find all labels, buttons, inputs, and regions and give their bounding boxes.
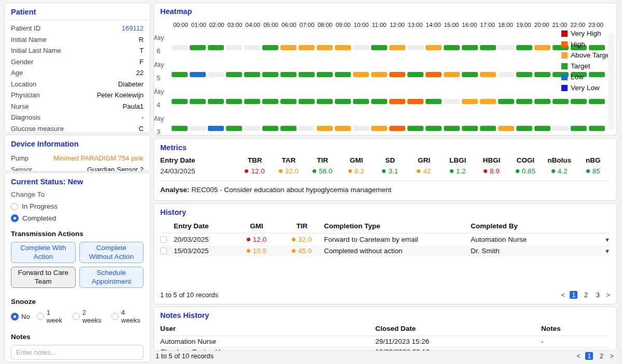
heatmap-bar bbox=[172, 112, 605, 131]
time-axis-label: 09:00 bbox=[334, 22, 352, 28]
heatmap-cell-target bbox=[262, 99, 278, 104]
legend-item: Very High bbox=[561, 28, 612, 39]
metric-value: 8.9 bbox=[475, 167, 508, 175]
heatmap-cell-target bbox=[480, 126, 496, 131]
snooze-radio-selected[interactable] bbox=[11, 313, 19, 321]
time-axis-label: 04:00 bbox=[244, 22, 262, 28]
notes-history-row: Automation Nurse29/11/2023 15:26- bbox=[160, 336, 610, 346]
change-to-option[interactable]: In Progress bbox=[11, 202, 144, 210]
snooze-radio[interactable] bbox=[111, 313, 119, 320]
heatmap-cell-target bbox=[280, 99, 296, 104]
pager-next-icon[interactable]: > bbox=[606, 291, 610, 299]
heatmap-cell-above bbox=[335, 45, 351, 50]
time-axis-label: 07:00 bbox=[298, 22, 316, 28]
snooze-option-label: 2 weeks bbox=[82, 309, 105, 324]
metric-value: 56.0 bbox=[306, 167, 340, 175]
notes-history-header-row: User Closed Date Notes bbox=[160, 325, 610, 336]
heatmap-day-number: 3 bbox=[157, 125, 172, 136]
change-to-radio[interactable] bbox=[11, 203, 18, 210]
pager-page-1[interactable]: 1 bbox=[585, 352, 593, 360]
heatmap-cell-high bbox=[426, 72, 442, 77]
time-axis-label: 20:00 bbox=[533, 22, 551, 28]
heatmap-cell-none bbox=[244, 45, 260, 50]
heatmap-cell-target bbox=[516, 99, 532, 104]
heatmap-day-label: May5 bbox=[154, 58, 172, 85]
heatmap-cell-target bbox=[407, 126, 423, 131]
device-field-value: Minimed PARADIGM 754 pink bbox=[53, 154, 144, 162]
gmi-value-text: 12.0 bbox=[253, 236, 266, 243]
heatmap-cell-above bbox=[444, 72, 460, 77]
change-to-option[interactable]: Completed bbox=[11, 214, 144, 222]
row-checkbox[interactable] bbox=[160, 247, 167, 254]
snooze-option[interactable]: 4 weeks bbox=[111, 309, 144, 324]
pager-prev-icon[interactable]: < bbox=[561, 291, 566, 299]
snooze-option[interactable]: 1 week bbox=[37, 309, 66, 324]
row-checkbox[interactable] bbox=[160, 236, 167, 243]
snooze-radio[interactable] bbox=[73, 313, 80, 320]
metric-header: TAR bbox=[272, 156, 305, 164]
heatmap-cell-target bbox=[299, 72, 315, 77]
pager-page-2[interactable]: 2 bbox=[582, 291, 589, 299]
expand-row-icon[interactable]: ▼ bbox=[604, 248, 610, 254]
snooze-radio-group: No1 week2 weeks4 weeks bbox=[11, 309, 144, 324]
heatmap-cell-target bbox=[553, 99, 569, 104]
snooze-option[interactable]: 2 weeks bbox=[73, 309, 105, 324]
heatmap-day-label: May6 bbox=[154, 31, 172, 58]
metric-value-text: 3.1 bbox=[388, 167, 398, 175]
heatmap-cell-none bbox=[553, 126, 569, 131]
heatmap-cell-target bbox=[353, 99, 369, 104]
history-expand-cell: ▼ bbox=[598, 247, 610, 255]
notes-history-card: Notes History User Closed Date Notes Aut… bbox=[153, 307, 617, 351]
device-fields: PumpMinimed PARADIGM 754 pinkSensorGuard… bbox=[5, 150, 150, 171]
time-axis-label: 14:00 bbox=[425, 22, 443, 28]
transmission-button[interactable]: Complete With Action bbox=[11, 242, 76, 263]
metrics-title: Metrics bbox=[160, 143, 610, 152]
expand-row-icon[interactable]: ▼ bbox=[604, 237, 610, 243]
heatmap-scrollbar[interactable] bbox=[608, 32, 614, 130]
pager-page-3[interactable]: 3 bbox=[594, 291, 601, 299]
transmission-button[interactable]: Schedule Appointment bbox=[79, 267, 144, 288]
notes-input[interactable] bbox=[11, 345, 144, 360]
gmi-status-dot bbox=[247, 238, 250, 241]
history-record-summary: 1 to 5 of 10 records bbox=[160, 291, 218, 299]
change-to-radio-selected[interactable] bbox=[11, 214, 19, 222]
snooze-radio[interactable] bbox=[37, 313, 44, 320]
heatmap-cell-target bbox=[172, 99, 188, 104]
pager-page-2[interactable]: 2 bbox=[598, 352, 605, 360]
heatmap-cell-target bbox=[462, 126, 478, 131]
heatmap-cell-none bbox=[208, 72, 224, 77]
transmission-button[interactable]: Forward to Care Team bbox=[11, 267, 76, 288]
patient-field-value[interactable]: 169112 bbox=[122, 24, 144, 32]
heatmap-cell-above bbox=[335, 126, 351, 131]
snooze-option[interactable]: No bbox=[11, 313, 30, 321]
heatmap-cell-above bbox=[317, 126, 333, 131]
heatmap-legend: Very HighHighAbove TargetTargetLowVery L… bbox=[561, 28, 612, 93]
transmission-button[interactable]: Complete Without Action bbox=[79, 242, 144, 263]
metric-header: SD bbox=[373, 156, 407, 164]
heatmap-cell-none bbox=[407, 45, 423, 50]
change-to-label: Change To bbox=[11, 191, 144, 198]
time-axis-label: 12:00 bbox=[388, 22, 406, 28]
time-axis-label: 05:00 bbox=[262, 22, 280, 28]
notes-user: Automation Nurse bbox=[160, 338, 375, 345]
pager-next-icon[interactable]: > bbox=[610, 352, 614, 360]
metric-value: 1.2 bbox=[441, 167, 475, 175]
heatmap-month-label: May bbox=[154, 31, 172, 45]
current-status-title: Current Status: New bbox=[11, 178, 144, 186]
pager-page-1[interactable]: 1 bbox=[570, 291, 577, 299]
pager-prev-icon[interactable]: < bbox=[577, 352, 581, 360]
snooze-option-label: 4 weeks bbox=[121, 309, 144, 324]
heatmap-cell-above bbox=[462, 99, 478, 104]
heatmap-day-number: 6 bbox=[157, 45, 172, 58]
heatmap-cell-low bbox=[190, 72, 206, 77]
patient-field-label: Gender bbox=[11, 58, 33, 66]
metric-value-text: 4.2 bbox=[558, 167, 568, 175]
page-scrollbar[interactable] bbox=[618, 0, 622, 364]
notes-history-title: Notes History bbox=[160, 311, 610, 319]
notes-header-closed-date: Closed Date bbox=[375, 325, 541, 332]
history-header-checkbox-spacer bbox=[160, 222, 174, 230]
history-header-row: Entry Date GMI TIR Completion Type Compl… bbox=[160, 222, 610, 234]
notes-history-rows: Automation Nurse29/11/2023 15:26-Cloudca… bbox=[160, 336, 610, 351]
legend-label: Very High bbox=[571, 30, 601, 37]
history-completion-type: Forward to Careteam by email bbox=[324, 236, 471, 243]
